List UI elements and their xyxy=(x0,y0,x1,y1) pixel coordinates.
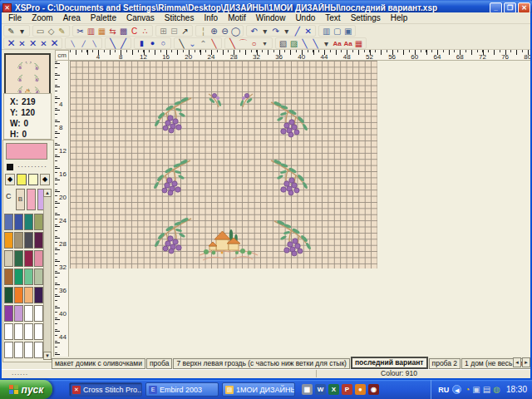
menu-area[interactable]: Area xyxy=(58,13,86,22)
arc-stitch-button[interactable]: ⌃ xyxy=(198,38,209,49)
half-cross-4-button[interactable]: ✕ xyxy=(49,38,60,49)
red-dropdown-button[interactable]: ▾ xyxy=(259,38,270,49)
palette-swatch[interactable] xyxy=(14,232,23,249)
half-cross-1-button[interactable]: ✕ xyxy=(17,38,27,49)
marquee-button[interactable]: ▦ xyxy=(353,38,364,49)
palette-header-swatch[interactable] xyxy=(27,189,36,210)
palette-swatch[interactable] xyxy=(4,250,13,267)
palette-swatch[interactable] xyxy=(24,323,33,340)
picture-import-button[interactable]: ▨ xyxy=(288,38,299,49)
lasso-select-button[interactable]: ◇ xyxy=(46,26,57,37)
palette-swatch[interactable] xyxy=(34,232,43,249)
rotate-button[interactable]: C xyxy=(129,26,140,37)
zoom-out-button[interactable]: ⊖ xyxy=(219,26,230,37)
undo-dropdown-button[interactable]: ▾ xyxy=(259,26,270,37)
maximize-button[interactable]: ❐ xyxy=(504,2,516,13)
full-cross-button[interactable]: ✕ xyxy=(6,38,17,49)
backstitch-right-button[interactable]: ╱ xyxy=(118,38,129,49)
menu-undo[interactable]: Undo xyxy=(290,13,320,22)
palette-swatch[interactable] xyxy=(14,268,23,285)
palette-swatch[interactable] xyxy=(14,323,23,340)
palette-swatch[interactable] xyxy=(14,342,23,358)
undo-button[interactable]: ↶ xyxy=(249,26,259,37)
palette-swatch[interactable] xyxy=(24,232,33,249)
paste-doc-button[interactable]: ▥ xyxy=(321,26,332,37)
app-red-icon[interactable]: P xyxy=(342,384,352,395)
nodes-button[interactable]: ∴ xyxy=(140,26,150,37)
pointer-button[interactable]: ↗ xyxy=(180,26,190,37)
palette-swatch[interactable] xyxy=(34,214,43,230)
quarter-1-button[interactable]: ╲ xyxy=(67,38,78,49)
export-button[interactable]: ⊟ xyxy=(169,26,180,37)
red-circle-button[interactable]: ○ xyxy=(249,38,259,49)
palette-swatch[interactable] xyxy=(24,305,33,322)
clock-tray-icon[interactable]: ◔ xyxy=(465,385,470,394)
menu-file[interactable]: File xyxy=(3,13,27,22)
design-tab-3[interactable]: 7 верхн левая гроздь (с частью ниж ветки… xyxy=(173,358,350,369)
palette-prev-diamond[interactable]: ◆ xyxy=(5,174,15,185)
design-tab-5[interactable]: проба 2 xyxy=(429,358,461,369)
zoom-in-button[interactable]: ⊕ xyxy=(209,26,219,37)
grid-view-button[interactable]: ⊞ xyxy=(158,26,169,37)
straight-stitch-button[interactable]: ╲ xyxy=(176,38,187,49)
network-tray-icon[interactable]: ▣ xyxy=(472,385,480,394)
close-button[interactable]: ✕ xyxy=(518,2,530,13)
stitch-color-square[interactable] xyxy=(7,164,13,170)
menu-stitches[interactable]: Stitches xyxy=(160,13,200,22)
calculator-icon[interactable]: ▦ xyxy=(302,384,313,395)
zoom-tool-button[interactable]: ◯ xyxy=(230,26,241,37)
text-tool-button[interactable]: Aa xyxy=(332,38,342,49)
stitch-canvas[interactable] xyxy=(70,61,377,268)
backstitch-left-button[interactable]: ╲ xyxy=(107,38,118,49)
new-doc-button[interactable]: ▢ xyxy=(332,26,342,37)
palette-scrollbar[interactable] xyxy=(43,189,52,360)
cut-button[interactable]: ✂ xyxy=(75,26,86,37)
palette-swatch[interactable] xyxy=(14,250,23,267)
branch-stitch-button[interactable]: ⌄ xyxy=(187,38,198,49)
palette-swatch[interactable] xyxy=(34,342,43,358)
palette-swatch[interactable] xyxy=(24,214,33,230)
redo-button[interactable]: ↷ xyxy=(270,26,281,37)
palette-swatch[interactable] xyxy=(4,323,13,340)
design-tab-1[interactable]: макет домик с оливочками xyxy=(52,358,145,369)
palette-selected-yellow[interactable] xyxy=(17,174,27,185)
palette-swatch[interactable] xyxy=(24,342,33,358)
copy-button[interactable]: ▥ xyxy=(86,26,96,37)
line-dropdown-button[interactable]: ▾ xyxy=(321,38,332,49)
menu-motif[interactable]: Motif xyxy=(223,13,251,22)
rect-select-button[interactable]: ▭ xyxy=(35,26,46,37)
french-knot-button[interactable]: ● xyxy=(147,38,158,49)
paste-button[interactable]: ▦ xyxy=(96,26,107,37)
motif-browser-button[interactable]: ▧ xyxy=(278,38,288,49)
palette-swatch[interactable] xyxy=(34,305,43,322)
menu-text[interactable]: Text xyxy=(320,13,345,22)
redo-dropdown-button[interactable]: ▾ xyxy=(281,26,292,37)
palette-swatch[interactable] xyxy=(4,214,13,230)
update-tray-icon[interactable]: ◍ xyxy=(493,385,500,394)
palette-next-diamond[interactable]: ◆ xyxy=(40,174,50,185)
task-button-1[interactable]: ✕Cross Stitch Pro... xyxy=(69,382,142,397)
draw-pencil-button[interactable]: ✎ xyxy=(6,26,17,37)
menu-zoom[interactable]: Zoom xyxy=(27,13,58,22)
menu-canvas[interactable]: Canvas xyxy=(121,13,160,22)
tab-scroll-left[interactable]: ◄ xyxy=(513,357,521,367)
palette-pale-yellow[interactable] xyxy=(28,174,38,185)
palette-header-swatch[interactable]: B xyxy=(16,189,25,210)
pencil-dropdown-button[interactable]: ▾ xyxy=(17,26,27,37)
palette-swatch[interactable] xyxy=(4,305,13,322)
vertical-stitch-button[interactable]: ▮ xyxy=(136,38,147,49)
start-button[interactable]: пуск xyxy=(0,380,52,399)
quarter-3-button[interactable]: ╲ xyxy=(89,38,100,49)
palette-swatch[interactable] xyxy=(4,342,13,358)
palette-swatch[interactable] xyxy=(34,268,43,285)
palette-swatch[interactable] xyxy=(14,287,23,303)
design-tab-4[interactable]: последний вариант xyxy=(351,357,428,369)
quarter-2-button[interactable]: ╱ xyxy=(78,38,89,49)
excel-icon[interactable]: X xyxy=(328,384,339,395)
menu-settings[interactable]: Settings xyxy=(346,13,386,22)
design-tab-2[interactable]: проба xyxy=(146,358,172,369)
special-red-button[interactable]: ╲ xyxy=(209,38,219,49)
palette-swatch[interactable] xyxy=(24,250,33,267)
palette-swatch[interactable] xyxy=(34,250,43,267)
palette-swatch[interactable] xyxy=(4,287,13,303)
